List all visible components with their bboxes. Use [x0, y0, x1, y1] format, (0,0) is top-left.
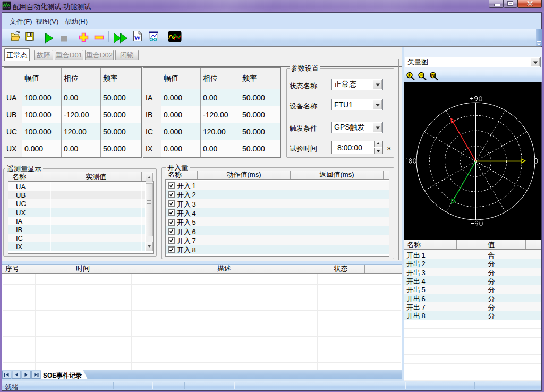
- svg-text:N: N: [431, 73, 435, 78]
- svg-text:W: W: [134, 33, 141, 41]
